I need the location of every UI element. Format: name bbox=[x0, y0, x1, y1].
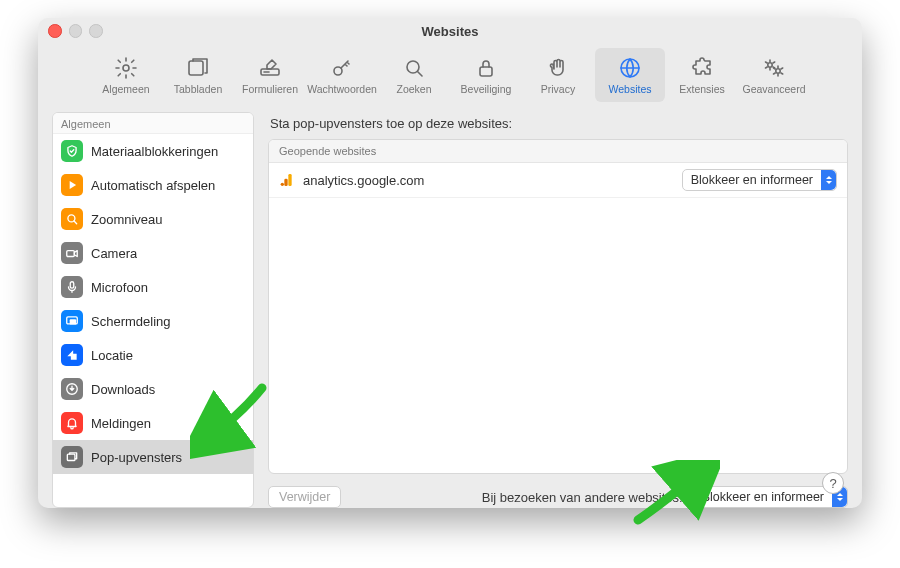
toolbar-tab-label: Geavanceerd bbox=[742, 83, 805, 95]
delete-button[interactable]: Verwijder bbox=[268, 486, 341, 508]
svg-rect-1 bbox=[189, 61, 203, 75]
sidebar-item-mic[interactable]: Microfoon bbox=[53, 270, 253, 304]
sidebar-item-zoom[interactable]: Zoomniveau bbox=[53, 202, 253, 236]
row-popup-value: Blokkeer en informeer bbox=[691, 173, 815, 187]
annotation-arrow-1 bbox=[190, 380, 280, 460]
sidebar-item-label: Materiaalblokkeringen bbox=[91, 144, 218, 159]
toolbar-tab-wachtwoorden[interactable]: Wachtwoorden bbox=[307, 48, 377, 102]
svg-rect-13 bbox=[70, 319, 76, 324]
sidebar-item-label: Pop-upvensters bbox=[91, 450, 182, 465]
toolbar-tab-websites[interactable]: Websites bbox=[595, 48, 665, 102]
svg-rect-15 bbox=[67, 454, 75, 460]
sidebar-item-screen-share[interactable]: Schermdeling bbox=[53, 304, 253, 338]
sidebar-item-label: Schermdeling bbox=[91, 314, 171, 329]
sidebar-item-label: Zoomniveau bbox=[91, 212, 163, 227]
toolbar-tab-label: Formulieren bbox=[242, 83, 298, 95]
toolbar-tab-extensies[interactable]: Extensies bbox=[667, 48, 737, 102]
arrow-compass-icon bbox=[61, 344, 83, 366]
sidebar-item-play[interactable]: Automatisch afspelen bbox=[53, 168, 253, 202]
toolbar-tab-zoeken[interactable]: Zoeken bbox=[379, 48, 449, 102]
sidebar-item-label: Camera bbox=[91, 246, 137, 261]
play-icon bbox=[61, 174, 83, 196]
hand-icon bbox=[546, 56, 570, 80]
toolbar-tab-tabbladen[interactable]: Tabbladen bbox=[163, 48, 233, 102]
bell-icon bbox=[61, 412, 83, 434]
preferences-toolbar: AlgemeenTabbladenFormulierenWachtwoorden… bbox=[38, 44, 862, 112]
site-domain: analytics.google.com bbox=[303, 173, 424, 188]
svg-point-8 bbox=[776, 68, 780, 72]
sidebar-item-label: Automatisch afspelen bbox=[91, 178, 215, 193]
shield-check-icon bbox=[61, 140, 83, 162]
toolbar-tab-label: Tabbladen bbox=[174, 83, 222, 95]
toolbar-tab-label: Zoeken bbox=[396, 83, 431, 95]
table-row[interactable]: analytics.google.com Blokkeer en informe… bbox=[269, 163, 847, 198]
websites-table: Geopende websites analytics.google.com B… bbox=[268, 139, 848, 474]
lock-icon bbox=[474, 56, 498, 80]
svg-rect-5 bbox=[480, 67, 492, 76]
sidebar-item-label: Locatie bbox=[91, 348, 133, 363]
row-popup-select[interactable]: Blokkeer en informeer bbox=[682, 169, 837, 191]
download-icon bbox=[61, 378, 83, 400]
toolbar-tab-label: Privacy bbox=[541, 83, 575, 95]
toolbar-tab-algemeen[interactable]: Algemeen bbox=[91, 48, 161, 102]
window-title: Websites bbox=[38, 24, 862, 39]
sidebar-item-label: Microfoon bbox=[91, 280, 148, 295]
camera-icon bbox=[61, 242, 83, 264]
pane-footer: Verwijder Bij bezoeken van andere websit… bbox=[268, 474, 848, 508]
key-icon bbox=[330, 56, 354, 80]
tabs-icon bbox=[186, 56, 210, 80]
svg-rect-17 bbox=[284, 179, 287, 186]
svg-rect-11 bbox=[70, 282, 74, 288]
sidebar-item-arrow-compass[interactable]: Locatie bbox=[53, 338, 253, 372]
magnifier-icon bbox=[402, 56, 426, 80]
toolbar-tab-privacy[interactable]: Privacy bbox=[523, 48, 593, 102]
stepper-icon bbox=[821, 170, 836, 190]
puzzle-icon bbox=[690, 56, 714, 80]
sidebar-item-label: Downloads bbox=[91, 382, 155, 397]
svg-rect-16 bbox=[288, 174, 291, 186]
toolbar-tab-label: Algemeen bbox=[102, 83, 149, 95]
site-favicon-icon bbox=[279, 172, 295, 188]
sidebar-item-label: Meldingen bbox=[91, 416, 151, 431]
svg-rect-10 bbox=[67, 251, 75, 257]
preferences-window: Websites AlgemeenTabbladenFormulierenWac… bbox=[38, 18, 862, 508]
svg-point-18 bbox=[281, 183, 284, 186]
toolbar-tab-label: Extensies bbox=[679, 83, 725, 95]
gears-icon bbox=[762, 56, 786, 80]
toolbar-tab-beveiliging[interactable]: Beveiliging bbox=[451, 48, 521, 102]
content-pane: Sta pop-upvensters toe op deze websites:… bbox=[268, 112, 848, 508]
svg-point-7 bbox=[768, 62, 772, 66]
screen-share-icon bbox=[61, 310, 83, 332]
zoom-icon bbox=[61, 208, 83, 230]
sidebar-heading: Algemeen bbox=[53, 113, 253, 134]
table-header: Geopende websites bbox=[269, 140, 847, 163]
help-button[interactable]: ? bbox=[822, 472, 844, 494]
mic-icon bbox=[61, 276, 83, 298]
toolbar-tab-geavanceerd[interactable]: Geavanceerd bbox=[739, 48, 809, 102]
toolbar-tab-label: Beveiliging bbox=[461, 83, 512, 95]
toolbar-tab-formulieren[interactable]: Formulieren bbox=[235, 48, 305, 102]
pane-heading: Sta pop-upvensters toe op deze websites: bbox=[268, 112, 848, 139]
gear-icon bbox=[114, 56, 138, 80]
globe-icon bbox=[618, 56, 642, 80]
sidebar-item-camera[interactable]: Camera bbox=[53, 236, 253, 270]
toolbar-tab-label: Websites bbox=[609, 83, 652, 95]
pen-field-icon bbox=[258, 56, 282, 80]
sidebar-item-shield-check[interactable]: Materiaalblokkeringen bbox=[53, 134, 253, 168]
svg-point-0 bbox=[123, 65, 129, 71]
toolbar-tab-label: Wachtwoorden bbox=[307, 83, 377, 95]
annotation-arrow-2 bbox=[620, 460, 720, 530]
others-popup-value: Blokkeer en informeer bbox=[702, 490, 826, 504]
popup-windows-icon bbox=[61, 446, 83, 468]
window-titlebar: Websites bbox=[38, 18, 862, 44]
